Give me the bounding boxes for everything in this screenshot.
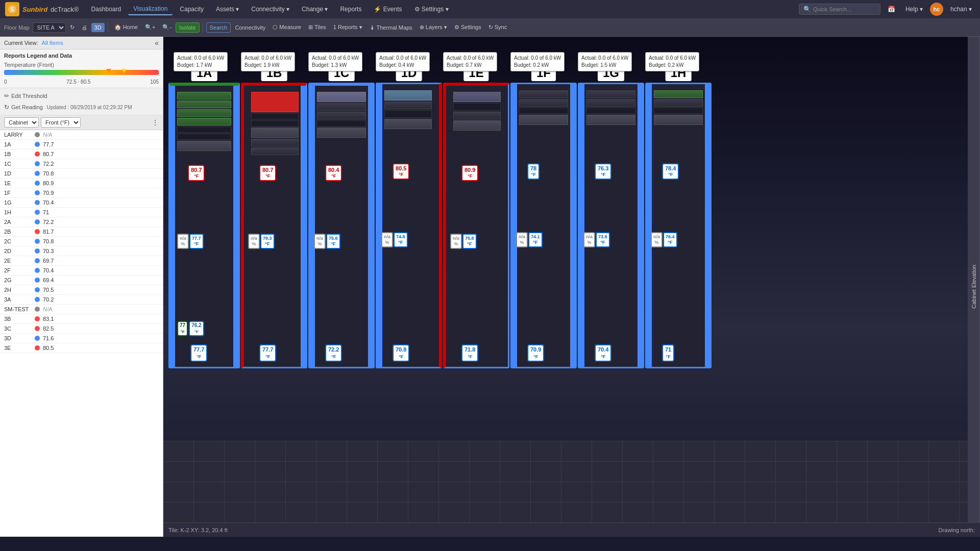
cabinet-1D[interactable]: Actual: 0.0 of 6.0 kW Budget: 0.4 kW 1D: [376, 83, 442, 379]
3d-button[interactable]: 3D: [91, 23, 105, 32]
nav-settings[interactable]: ⚙ Settings ▾: [409, 4, 454, 15]
cabinet-list: LARRYN/A1A77.71B80.71C72.21D70.81E80.91F…: [0, 130, 163, 537]
get-reading-button[interactable]: ↻ Get Reading: [4, 103, 43, 112]
cabinet-list-item[interactable]: 3C82.5: [0, 324, 163, 334]
cabinet-item-name: 1H: [4, 209, 35, 215]
cabinet-1E[interactable]: Actual: 0.0 of 6.0 kW Budget: 0.7 kW 1E …: [443, 83, 509, 379]
collapse-button[interactable]: «: [155, 39, 159, 47]
sync-button[interactable]: ↻ Sync: [485, 22, 510, 32]
sidebar: Current View: All Items « Reports Legend…: [0, 37, 163, 537]
cabinet-1G[interactable]: Actual: 0.0 of 6.0 kW Budget: 1.5 kW 1G: [578, 83, 644, 379]
cabinet-list-item[interactable]: 2F70.4: [0, 266, 163, 276]
cabinet-list-item[interactable]: SM-TESTN/A: [0, 305, 163, 314]
home-button[interactable]: 🏠 Home: [111, 22, 141, 32]
cabinet-status-dot: [35, 181, 40, 186]
cabinet-list-item[interactable]: 2B81.7: [0, 227, 163, 237]
cabinet-item-name: 2H: [4, 287, 35, 293]
cabinet-list-item[interactable]: 1G70.4: [0, 198, 163, 208]
tiles-button[interactable]: ⊞ Tiles: [305, 22, 329, 32]
nav-assets[interactable]: Assets ▾: [211, 4, 244, 15]
cabinet-item-name: 3C: [4, 325, 35, 332]
cabinet-status-dot: [35, 152, 40, 157]
cabinet-list-item[interactable]: 1D70.8: [0, 169, 163, 179]
cabinet-status-dot: [35, 219, 40, 224]
cabinet-list-item[interactable]: 3B83.1: [0, 314, 163, 324]
cabinet-list-item[interactable]: 2C70.8: [0, 237, 163, 246]
nav-visualization[interactable]: Visualization: [128, 3, 173, 15]
edit-threshold-button[interactable]: ✏ Edit Threshold: [4, 91, 159, 101]
refresh-icon: ↻: [4, 104, 9, 111]
cabinet-item-name: 1G: [4, 199, 35, 206]
cabinet-list-item[interactable]: 1F70.9: [0, 188, 163, 198]
cabinet-list-item[interactable]: 2E69.7: [0, 256, 163, 266]
cabinet-elevation-panel[interactable]: Cabinet Elevation: [968, 37, 980, 537]
cabinet-list-item[interactable]: 3E80.5: [0, 343, 163, 353]
help-button[interactable]: Help ▾: [902, 5, 926, 14]
floor-map-area[interactable]: Actual: 0.0 of 6.0 kW Budget: 1.7 kW 1A: [163, 37, 980, 537]
temp-badge-1H-top: 78.4°F: [662, 163, 679, 180]
front-select[interactable]: Front (°F): [41, 117, 81, 128]
cabinet-status-dot: [35, 171, 40, 176]
cabinet-item-name: 2E: [4, 258, 35, 264]
calendar-button[interactable]: 📅: [885, 5, 898, 14]
cabinet-list-item[interactable]: 3A70.2: [0, 295, 163, 305]
dual-badge-1B-mid: n/a% 79.3°F: [248, 234, 275, 249]
cabinet-list-item[interactable]: 3D71.6: [0, 334, 163, 343]
cabinet-item-name: LARRY: [4, 132, 35, 138]
tooltip-1A-budget: Budget: 1.7 kW: [177, 62, 224, 69]
cabinet-1H[interactable]: Actual: 0.0 of 6.0 kW Budget: 0.2 kW 1H: [645, 83, 712, 379]
cabinet-1F[interactable]: Actual: 0.0 of 6.0 kW Budget: 0.2 kW 1F: [510, 83, 577, 379]
cabinet-list-item[interactable]: 1E80.9: [0, 179, 163, 188]
cabinet-list-item[interactable]: 1B80.7: [0, 149, 163, 159]
cabinet-list-item[interactable]: 1H71: [0, 208, 163, 217]
cabinet-1A[interactable]: Actual: 0.0 of 6.0 kW Budget: 1.7 kW 1A: [168, 83, 240, 379]
cabinet-1C[interactable]: Actual: 0.0 of 6.0 kW Budget: 1.3 kW 1C: [308, 83, 375, 379]
floor-3d-view[interactable]: Actual: 0.0 of 6.0 kW Budget: 1.7 kW 1A: [163, 37, 980, 522]
reports-button[interactable]: 1 Reports ▾: [330, 22, 365, 32]
refresh-button[interactable]: ↻: [67, 22, 78, 32]
layers-button[interactable]: ⊕ Layers ▾: [416, 22, 450, 32]
cabinet-list-item[interactable]: 1C72.2: [0, 159, 163, 169]
cabinet-1B[interactable]: Actual: 0.0 of 6.0 kW Budget: 1.9 kW 1B: [241, 83, 307, 379]
zoom-in-button[interactable]: 🔍+: [142, 22, 158, 32]
site-select[interactable]: SITE A: [33, 22, 66, 33]
nav-events[interactable]: ⚡ Events: [369, 4, 407, 15]
cabinet-list-item[interactable]: 2G69.4: [0, 276, 163, 285]
cabinet-status-dot: [35, 190, 40, 195]
quick-search-box[interactable]: 🔍 Quick Search...: [799, 4, 880, 15]
cabinet-list-item[interactable]: 2A72.2: [0, 217, 163, 227]
app-logo: S Sunbird dcTrack®: [5, 2, 79, 16]
cabinet-temp-value: 71.6: [43, 335, 54, 341]
svg-text:S: S: [10, 6, 14, 12]
dual-badge-1A-mid: n/a% 77.7°F: [177, 234, 204, 249]
legend-min: 0: [4, 79, 7, 85]
nav-reports[interactable]: Reports: [335, 4, 366, 15]
cabinet-list-item[interactable]: LARRYN/A: [0, 130, 163, 140]
zoom-out-button[interactable]: 🔍-: [159, 22, 175, 32]
cabinet-item-name: 2C: [4, 238, 35, 244]
threshold-marker-2: [121, 69, 127, 73]
user-menu-button[interactable]: hchan ▾: [947, 5, 975, 14]
print-button[interactable]: 🖨: [79, 23, 90, 32]
search-button[interactable]: Search: [206, 22, 231, 33]
cabinet-list-item[interactable]: 2H70.5: [0, 285, 163, 295]
more-options-button[interactable]: ⋮: [152, 118, 159, 127]
dual-badge-1F-mid: n/a% 74.1°F: [516, 232, 543, 247]
nav-change[interactable]: Change ▾: [297, 4, 333, 15]
nav-capacity[interactable]: Capacity: [175, 4, 209, 15]
measure-button[interactable]: ⬡ Measure: [270, 22, 304, 32]
thermal-maps-button[interactable]: 🌡 Thermal Maps: [366, 23, 415, 32]
settings-button[interactable]: ⚙ Settings: [451, 22, 484, 32]
dual-badge-1C-mid: n/a% 75.6°F: [314, 234, 340, 249]
connectivity-button[interactable]: Connectivity: [232, 23, 268, 32]
nav-connectivity[interactable]: Connectivity ▾: [246, 4, 295, 15]
cabinet-status-dot: [35, 278, 40, 283]
cabinet-list-item[interactable]: 2D70.3: [0, 246, 163, 256]
nav-dashboard[interactable]: Dashboard: [86, 4, 126, 15]
isolate-button[interactable]: Isolate: [176, 22, 199, 33]
legend-max: 105: [150, 79, 159, 85]
cabinet-list-item[interactable]: 1A77.7: [0, 140, 163, 149]
tooltip-1A: Actual: 0.0 of 6.0 kW Budget: 1.7 kW: [174, 52, 228, 71]
cabinet-type-select[interactable]: Cabinet: [4, 117, 39, 128]
user-avatar[interactable]: hc: [930, 3, 943, 16]
